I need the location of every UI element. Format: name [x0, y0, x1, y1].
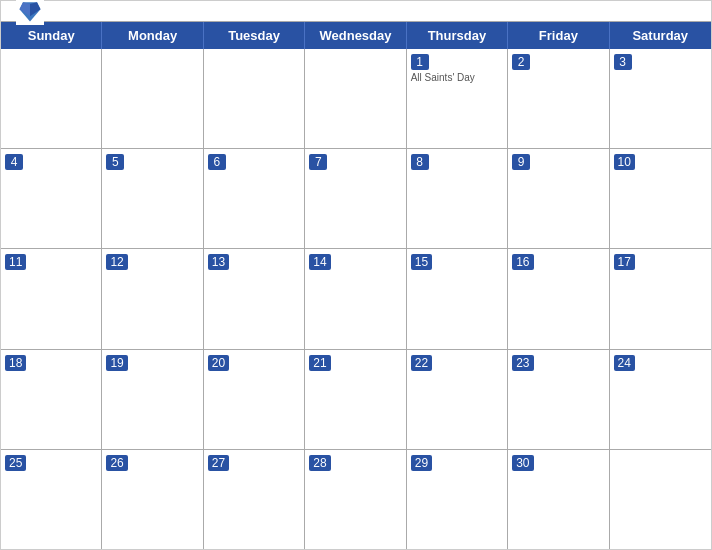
day-number: 7: [309, 154, 327, 170]
day-cell: [305, 49, 406, 148]
day-headers-row: SundayMondayTuesdayWednesdayThursdayFrid…: [1, 22, 711, 49]
calendar-container: SundayMondayTuesdayWednesdayThursdayFrid…: [0, 0, 712, 550]
day-header-friday: Friday: [508, 22, 609, 49]
day-cell: 17: [610, 249, 711, 348]
day-cell: 12: [102, 249, 203, 348]
day-cell: [1, 49, 102, 148]
day-cell: 16: [508, 249, 609, 348]
day-cell: 24: [610, 350, 711, 449]
day-cell: 20: [204, 350, 305, 449]
day-number: 12: [106, 254, 127, 270]
day-cell: 14: [305, 249, 406, 348]
holiday-text: All Saints' Day: [411, 72, 503, 83]
day-cell: 8: [407, 149, 508, 248]
day-cell: [102, 49, 203, 148]
day-number: 6: [208, 154, 226, 170]
day-cell: 9: [508, 149, 609, 248]
day-cell: 4: [1, 149, 102, 248]
day-cell: 2: [508, 49, 609, 148]
day-cell: 19: [102, 350, 203, 449]
day-cell: 13: [204, 249, 305, 348]
day-cell: 21: [305, 350, 406, 449]
day-cell: 15: [407, 249, 508, 348]
day-number: 8: [411, 154, 429, 170]
day-cell: 23: [508, 350, 609, 449]
week-row-4: 18192021222324: [1, 350, 711, 450]
day-header-sunday: Sunday: [1, 22, 102, 49]
day-number: 28: [309, 455, 330, 471]
day-cell: 7: [305, 149, 406, 248]
day-header-wednesday: Wednesday: [305, 22, 406, 49]
logo-icon: [16, 0, 44, 25]
day-number: 29: [411, 455, 432, 471]
day-number: 27: [208, 455, 229, 471]
day-cell: 3: [610, 49, 711, 148]
day-number: 1: [411, 54, 429, 70]
day-number: 9: [512, 154, 530, 170]
day-cell: 1All Saints' Day: [407, 49, 508, 148]
day-number: 10: [614, 154, 635, 170]
day-number: 4: [5, 154, 23, 170]
day-number: 11: [5, 254, 26, 270]
day-number: 21: [309, 355, 330, 371]
day-number: 5: [106, 154, 124, 170]
day-number: 14: [309, 254, 330, 270]
day-cell: 10: [610, 149, 711, 248]
day-number: 20: [208, 355, 229, 371]
week-row-1: 1All Saints' Day23: [1, 49, 711, 149]
day-number: 23: [512, 355, 533, 371]
day-number: 2: [512, 54, 530, 70]
day-cell: 22: [407, 350, 508, 449]
week-row-2: 45678910: [1, 149, 711, 249]
day-number: 13: [208, 254, 229, 270]
day-header-thursday: Thursday: [407, 22, 508, 49]
logo: [16, 0, 46, 25]
day-number: 26: [106, 455, 127, 471]
day-cell: 6: [204, 149, 305, 248]
day-number: 15: [411, 254, 432, 270]
day-number: 24: [614, 355, 635, 371]
day-cell: 29: [407, 450, 508, 549]
day-number: 19: [106, 355, 127, 371]
week-row-5: 252627282930: [1, 450, 711, 549]
calendar-header: [1, 1, 711, 21]
day-cell: 25: [1, 450, 102, 549]
day-cell: 11: [1, 249, 102, 348]
day-number: 30: [512, 455, 533, 471]
day-header-saturday: Saturday: [610, 22, 711, 49]
day-number: 22: [411, 355, 432, 371]
day-cell: [204, 49, 305, 148]
day-number: 16: [512, 254, 533, 270]
calendar-grid: SundayMondayTuesdayWednesdayThursdayFrid…: [1, 21, 711, 549]
day-cell: 18: [1, 350, 102, 449]
day-number: 3: [614, 54, 632, 70]
day-cell: 30: [508, 450, 609, 549]
day-number: 25: [5, 455, 26, 471]
weeks-container: 1All Saints' Day234567891011121314151617…: [1, 49, 711, 549]
day-cell: 27: [204, 450, 305, 549]
day-cell: 26: [102, 450, 203, 549]
day-cell: 28: [305, 450, 406, 549]
day-header-monday: Monday: [102, 22, 203, 49]
day-cell: 5: [102, 149, 203, 248]
day-header-tuesday: Tuesday: [204, 22, 305, 49]
day-cell: [610, 450, 711, 549]
day-number: 18: [5, 355, 26, 371]
week-row-3: 11121314151617: [1, 249, 711, 349]
day-number: 17: [614, 254, 635, 270]
